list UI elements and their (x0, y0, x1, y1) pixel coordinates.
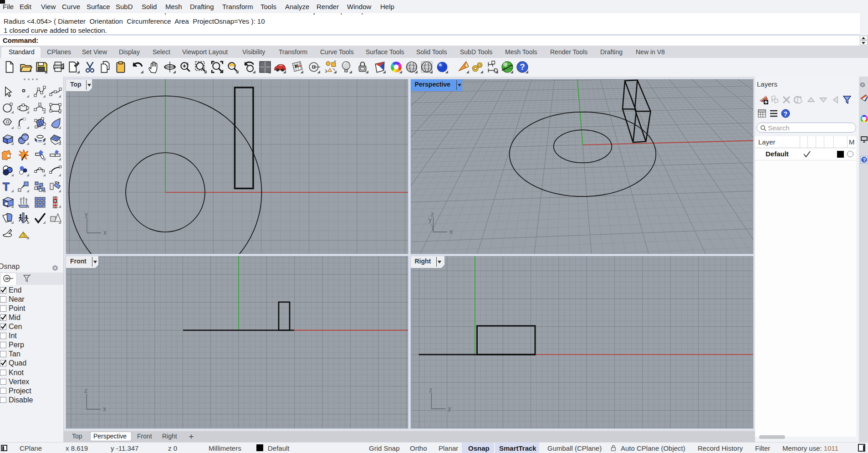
svg-text:z: z (429, 386, 432, 394)
svg-text:x: x (449, 228, 453, 235)
svg-text:T: T (3, 180, 10, 193)
svg-text:?: ? (863, 157, 866, 163)
svg-text:y: y (448, 405, 451, 412)
svg-text:y: y (85, 211, 88, 218)
svg-text:?: ? (784, 110, 788, 118)
svg-text:?: ? (520, 62, 525, 72)
svg-text:x: x (103, 229, 107, 236)
svg-text:z: z (84, 387, 87, 394)
svg-text:y: y (429, 216, 432, 223)
svg-text:±: ± (186, 61, 189, 66)
svg-text:x: x (103, 405, 106, 412)
